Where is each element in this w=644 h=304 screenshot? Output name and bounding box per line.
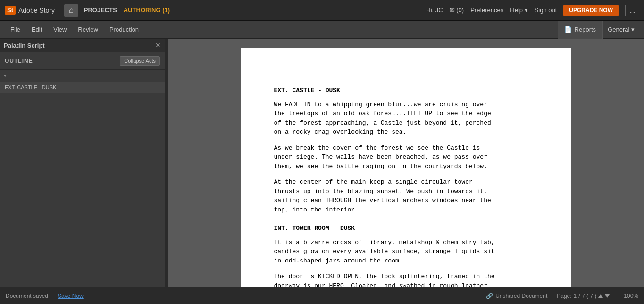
outline-item-text: EXT. CASTLE - DUSK <box>5 84 160 90</box>
outline-list: EXT. CASTLE - DUSK <box>0 82 165 287</box>
app-logo: St Adobe Story <box>5 6 55 15</box>
script-page: EXT. CASTLE - DUSK We FADE IN to a whipp… <box>241 48 571 287</box>
menu-bar: File Edit View Review Production 📄 Repor… <box>0 21 644 39</box>
scene2-action2: The door is KICKED OPEN, the lock splint… <box>274 272 538 287</box>
preferences-button[interactable]: Preferences <box>470 7 503 14</box>
expand-arrow-row: ▾ <box>0 70 165 82</box>
help-button[interactable]: Help ▾ <box>510 7 527 14</box>
greeting-text: Hi, JC <box>426 7 443 14</box>
close-panel-button[interactable]: ✕ <box>155 42 161 49</box>
outline-label: OUTLINE <box>5 58 33 64</box>
view-menu[interactable]: View <box>48 21 72 39</box>
review-menu[interactable]: Review <box>72 21 104 39</box>
scene2-action1: It is a bizarre cross of library, metals… <box>274 238 538 266</box>
top-right-area: Hi, JC ✉ (0) Preferences Help ▾ Sign out… <box>426 5 639 16</box>
app-name: Adobe Story <box>18 7 55 14</box>
production-menu[interactable]: Production <box>104 21 144 39</box>
sidebar: Paladin Script ✕ OUTLINE Collapse Acts ▾… <box>0 39 165 287</box>
zoom-level: 100% <box>624 293 638 299</box>
page-indicator: Page: 1 / 7 ( 7 ) <box>557 293 610 299</box>
page-current: 1 <box>574 293 577 299</box>
save-now-button[interactable]: Save Now <box>58 293 84 299</box>
reports-button[interactable]: 📄 Reports <box>558 21 603 39</box>
scene2-heading: INT. TOWER ROOM - DUSK <box>274 224 538 233</box>
outline-header: OUTLINE Collapse Acts <box>0 52 165 70</box>
home-button[interactable]: ⌂ <box>64 4 78 17</box>
reports-label: Reports <box>575 26 596 33</box>
status-bar: Document saved Save Now 🔗 Unshared Docum… <box>0 287 644 304</box>
fullscreen-button[interactable]: ⛶ <box>625 5 639 16</box>
doc-saved-label: Document saved <box>6 293 48 299</box>
reports-icon: 📄 <box>564 26 572 33</box>
collapse-acts-button[interactable]: Collapse Acts <box>120 56 160 66</box>
upgrade-button[interactable]: UPGRADE NOW <box>563 5 619 16</box>
unshared-icon: 🔗 <box>486 293 493 299</box>
unshared-doc-label: Unshared Document <box>495 293 547 299</box>
signout-button[interactable]: Sign out <box>535 7 557 14</box>
scene1-action2: As we break the cover of the forest we s… <box>274 144 538 171</box>
scene1-action1: We FADE IN to a whipping green blur...we… <box>274 100 538 137</box>
script-area[interactable]: EXT. CASTLE - DUSK We FADE IN to a whipp… <box>168 39 644 287</box>
file-menu[interactable]: File <box>5 21 26 39</box>
authoring-button[interactable]: AUTHORING (1) <box>124 7 170 14</box>
messages-button[interactable]: ✉ (0) <box>450 7 464 14</box>
page-up-button[interactable] <box>598 294 603 298</box>
page-down-button[interactable] <box>605 294 610 298</box>
scene1-heading: EXT. CASTLE - DUSK <box>274 86 538 95</box>
top-bar: St Adobe Story ⌂ PROJECTS AUTHORING (1) … <box>0 0 644 21</box>
general-dropdown[interactable]: General ▾ <box>602 21 639 39</box>
unshared-doc-section: 🔗 Unshared Document <box>486 293 547 299</box>
page-label: Page: <box>557 293 571 299</box>
app-badge: St <box>5 6 16 15</box>
edit-menu[interactable]: Edit <box>26 21 48 39</box>
sidebar-header: Paladin Script ✕ <box>0 39 165 52</box>
main-area: Paladin Script ✕ OUTLINE Collapse Acts ▾… <box>0 39 644 287</box>
sidebar-title: Paladin Script <box>4 42 45 49</box>
page-total: / 7 ( 7 ) <box>578 293 596 299</box>
outline-item[interactable]: EXT. CASTLE - DUSK <box>0 82 165 93</box>
projects-button[interactable]: PROJECTS <box>84 7 117 14</box>
scene1-action3: At the center of the main keep a single … <box>274 177 538 214</box>
